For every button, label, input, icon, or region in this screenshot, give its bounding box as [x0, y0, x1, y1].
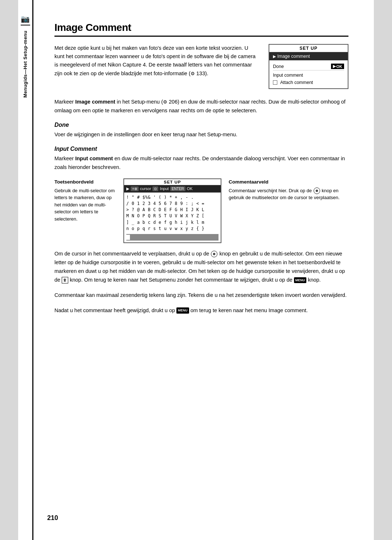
attach-comment-label: Attach comment	[280, 80, 313, 85]
kb-cursor	[126, 235, 130, 240]
left-annot-text: Gebruik de multi-selector om letters te …	[54, 187, 116, 223]
para5: Nadat u het commentaar heeft gewijzigd, …	[54, 306, 348, 315]
setup-menu-body: Done ▶ OK Input comment Attach comment	[269, 60, 348, 88]
setup-menu-box: SET UP ▶ Image comment Done ▶ OK Input c…	[269, 44, 348, 89]
right-annot-text: Commentaar verschijnt hier. Druk op de ⊕…	[229, 187, 348, 201]
toolbar-ok-label: OK	[187, 186, 193, 191]
setup-menu-done-row: Done ▶ OK	[273, 63, 344, 70]
multi-icon-1: ⊕	[211, 251, 217, 257]
kb-row-3: > ? @ A B C D E F G H I J K L	[126, 207, 219, 213]
right-annotation: Commentaarveld Commentaar verschijnt hie…	[229, 178, 348, 201]
diagram-area: Toetsenbordveld Gebruik de multi-selecto…	[54, 178, 348, 243]
page: 📷 Menugids—Het Setup-menu Image Comment …	[18, 0, 374, 540]
input-comment-label: Input comment	[273, 73, 303, 78]
kb-row-1: ! " # $%& ' ( ) * + , - .	[126, 194, 219, 201]
intro-block: Met deze optie kunt u bij het maken van …	[54, 44, 348, 89]
arrow-icon: ▶	[273, 54, 276, 59]
enter-icon: ENTER	[170, 186, 185, 191]
sidebar-label: Menugids—Het Setup-menu	[23, 31, 28, 98]
ok-text: OK	[336, 64, 343, 69]
input-comment-heading: Input Comment	[54, 146, 348, 152]
page-title: Image Comment	[54, 22, 348, 37]
menu-icon-2: MENU	[176, 307, 189, 314]
done-label: Done	[273, 64, 284, 69]
keyboard-toolbar: ▶ +⊕ cursor ⊙ Input ENTER OK	[124, 185, 221, 193]
intro-text: Met deze optie kunt u bij het maken van …	[54, 44, 258, 78]
keyboard-input-bar	[126, 234, 219, 241]
keyboard-box: SET UP ▶ +⊕ cursor ⊙ Input ENTER OK ! " …	[123, 178, 221, 243]
kb-row-4: M N O P Q R S T U V W X Y Z [	[126, 213, 219, 219]
input-icon: ⊙	[152, 186, 158, 191]
left-annotation: Toetsenbordveld Gebruik de multi-selecto…	[54, 178, 116, 223]
setup-menu-input-row: Input comment	[273, 70, 344, 79]
left-annot-title: Toetsenbordveld	[54, 178, 116, 186]
setup-menu-highlighted-item: ▶ Image comment	[269, 52, 348, 60]
toolbar-cursor-label: cursor	[140, 186, 151, 191]
kb-row-6: n o p q r s t u v w x y z { }	[126, 226, 219, 232]
kb-row-5: ] _ a b c d e f g h i j k l m	[126, 219, 219, 226]
para4: Commentaar kan maximaal zesendertig teke…	[54, 291, 348, 300]
setup-menu-title: SET UP	[269, 45, 348, 52]
highlighted-label: Image comment	[277, 54, 310, 59]
input-comment-intro: Markeer Input comment en duw de multi-se…	[54, 154, 348, 172]
kb-row-2: / 0 1 2 3 4 5 6 7 8 9 : ; < =	[126, 201, 219, 207]
arrow-ok-icon: ▶	[333, 64, 336, 69]
camera-icon: 📷	[21, 15, 30, 23]
keyboard-title: SET UP	[124, 179, 221, 185]
para3: Om de cursor in het commentaarveld te ve…	[54, 250, 348, 285]
ok-badge: ▶ OK	[331, 64, 344, 69]
menu-icon: MENU	[294, 277, 307, 283]
setup-menu-attach-row: Attach comment	[273, 79, 344, 86]
cursor-icon: +⊕	[131, 186, 139, 191]
toolbar-arrow-icon: ▶	[126, 186, 129, 191]
right-annot-title: Commentaarveld	[229, 178, 348, 186]
keyboard-grid: ! " # $%& ' ( ) * + , - . / 0 1 2 3 4 5 …	[124, 193, 221, 233]
divider	[21, 25, 30, 25]
multisel-icon: ⊕	[314, 188, 320, 194]
done-heading: Done	[54, 122, 348, 128]
trash-icon: 🗑	[62, 277, 68, 283]
sidebar-strip: 📷 Menugids—Het Setup-menu	[18, 0, 33, 540]
main-content: Image Comment Met deze optie kunt u bij …	[54, 22, 348, 315]
done-text: Voer de wijzigingen in de instellingen d…	[54, 130, 348, 139]
checkbox-icon	[273, 80, 277, 85]
page-number: 210	[47, 514, 58, 522]
para2: Markeer Image comment in het Setup-menu …	[54, 98, 348, 115]
toolbar-input-label: Input	[160, 186, 168, 191]
